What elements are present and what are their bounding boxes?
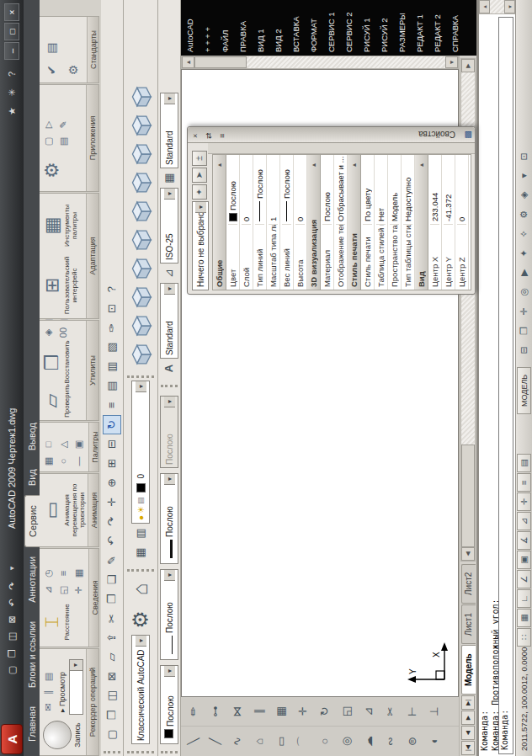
publish-button[interactable]: ⇪	[103, 628, 121, 647]
dim-style-combo[interactable]: ISO-25▼	[160, 188, 178, 264]
ortho-toggle[interactable]: ∟	[517, 589, 531, 608]
screen-menu-item[interactable]: ВИД 1	[252, 0, 269, 56]
screen-menu-item[interactable]: РАЗМЕРЫ	[393, 0, 411, 56]
match-properties-button[interactable]: ✎	[103, 551, 121, 570]
scrollbar-thumb[interactable]	[461, 445, 475, 547]
toolbar-drag-handle[interactable]	[127, 747, 154, 753]
xref-palette-icon[interactable]: ▣	[72, 437, 86, 452]
property-row[interactable]: Вес линий Послою ▴	[280, 155, 294, 290]
text-style-button[interactable]: A	[160, 359, 178, 378]
layout-viewport-icon[interactable]: ⌂	[125, 574, 156, 604]
layout-tab[interactable]: Лист2	[461, 564, 476, 604]
clean-screen-button[interactable]: ⊡	[517, 148, 531, 165]
layer-combo[interactable]: ● ☀ ▤ 0 ▼	[131, 381, 150, 524]
panel-title[interactable]: Палитры	[88, 423, 98, 471]
property-row[interactable]: Стиль печати По цвету ▴	[361, 155, 375, 290]
erase-button[interactable]: ✏	[183, 700, 205, 723]
motion-path-animation-button[interactable]: ▭ Анимация перемещения по траектории	[41, 476, 86, 544]
dyn-toggle[interactable]: ✛	[517, 492, 531, 511]
panel-title[interactable]: Сведения	[88, 549, 98, 647]
property-row[interactable]: Центр Y -41.372 ▴	[442, 155, 455, 290]
open-icon[interactable]: ❒	[3, 645, 20, 662]
screen-menu-item[interactable]: РЕДАКТ 1	[411, 0, 428, 56]
pause-icon[interactable]: ∥	[41, 684, 56, 700]
palette-autohide-icon[interactable]: ⇄	[203, 130, 215, 142]
ribbon-tab[interactable]: Вывод	[24, 413, 40, 460]
lock-ui-button[interactable]: ◈	[517, 187, 531, 204]
spline-button[interactable]: ∾	[380, 730, 402, 753]
palette-scrollbar[interactable]	[208, 143, 475, 154]
run-script-icon[interactable]: ▷	[41, 117, 56, 132]
screen-menu-item[interactable]: СПРАВКА	[446, 0, 464, 56]
toolbar-drag-handle[interactable]	[127, 371, 154, 378]
property-row[interactable]: Пространство таблицы Модель ▴	[388, 155, 402, 290]
qat-customize-button[interactable]: ▾	[8, 562, 16, 574]
property-row[interactable]: Вид ▴	[415, 155, 428, 290]
workspace-switcher-button[interactable]: ⚙	[517, 206, 531, 223]
ribbon-tab[interactable]: Главная	[24, 697, 40, 751]
copy-object-button[interactable]: ⊶	[205, 700, 226, 723]
quick-select-icon[interactable]: ✦	[192, 184, 207, 200]
screen-menu-item[interactable]: РИСУЙ 2	[375, 0, 393, 56]
scrollbar-track[interactable]	[247, 56, 445, 68]
configure-standards-icon[interactable]: ⚙	[63, 60, 83, 80]
text-style-combo[interactable]: Standard▼	[160, 283, 178, 359]
plot-style-combo[interactable]: Послою ▼	[160, 396, 178, 468]
quickcalc-button[interactable]: ⊡	[103, 299, 121, 318]
scroll-up-icon[interactable]: ▲	[479, 0, 490, 13]
osnap-toggle[interactable]: ▣	[517, 551, 531, 569]
scroll-right-icon[interactable]: ▶	[461, 59, 475, 72]
layer-translator-icon[interactable]: ▤	[41, 38, 61, 58]
property-row[interactable]: Высота 181.9345 ▴	[469, 155, 471, 290]
check-standards-icon[interactable]: ✔	[41, 60, 61, 80]
properties-palette-icon[interactable]: □	[41, 437, 56, 452]
linetype-combo[interactable]: Послою ▼	[160, 569, 178, 660]
quickview-drawings-button[interactable]: ❐	[517, 322, 531, 339]
ellipse-button[interactable]: ⊜	[402, 730, 423, 753]
load-application-icon[interactable]: ▢	[41, 134, 56, 149]
extend-button[interactable]: ⊢	[402, 700, 423, 723]
tool-palettes-icon[interactable]: ▦	[41, 454, 56, 469]
copy-button[interactable]: ❐	[103, 589, 121, 609]
list-icon[interactable]: ≡	[56, 566, 71, 581]
quick-properties-toggle[interactable]: ▤	[517, 454, 531, 472]
tool-palettes-button[interactable]: ▦ Инструменты палитры	[41, 199, 78, 253]
ribbon-tab[interactable]: Аннотации	[24, 547, 40, 612]
view-left-button[interactable]	[125, 283, 156, 311]
zoom-previous-button[interactable]: ⊟	[103, 434, 121, 454]
panel-title[interactable]: Утилиты	[86, 321, 98, 420]
command-scrollbar[interactable]: ▲ ▼	[479, 0, 515, 14]
view-ne-iso-button[interactable]	[125, 111, 156, 140]
qnew-button[interactable]: ▢	[103, 725, 121, 744]
property-row[interactable]: Центр X 233.044 ▴	[428, 155, 442, 290]
section-collapse-icon[interactable]: ▴	[215, 155, 223, 167]
redo-icon[interactable]: ↷	[3, 578, 20, 594]
stretch-button[interactable]: ⊿	[358, 700, 380, 723]
ribbon-tab[interactable]: Вид	[24, 460, 40, 495]
panel-title[interactable]: Анимация	[88, 474, 98, 546]
section-collapse-icon[interactable]: ▴	[310, 155, 317, 167]
property-row[interactable]: Высота 0 ▴	[294, 155, 307, 290]
select-objects-icon[interactable]: ➤	[192, 168, 207, 183]
prev-tab-button[interactable]: ◀	[461, 726, 475, 740]
zoom-window-button[interactable]: ⊞	[103, 454, 121, 473]
status-pan-button[interactable]: ✛	[517, 303, 531, 320]
ribbon-tab[interactable]: Блоки и ссылки	[24, 612, 40, 697]
screen-menu-item[interactable]: AutoCAD	[181, 0, 199, 56]
screen-menu-item[interactable]: РЕДАКТ 2	[428, 0, 446, 56]
vba-manager-icon[interactable]: ▤	[56, 134, 71, 149]
designcenter-button[interactable]: ▤	[103, 376, 121, 396]
property-row[interactable]: Материал Послою ▴	[321, 155, 334, 290]
favorites-star-icon[interactable]: ★	[4, 104, 19, 119]
screen-menu-item[interactable]: ВИД 2	[269, 0, 287, 56]
property-row[interactable]: Центр Z 0 ▴	[455, 155, 469, 290]
dashboard-icon[interactable]: —	[72, 454, 86, 469]
property-row[interactable]: Отображение теней Отбрасывает и ... ▴	[334, 155, 348, 290]
distance-button[interactable]: ⌶ Расстояние	[41, 600, 71, 644]
toolbar-drag-handle[interactable]	[127, 565, 154, 572]
visual-lisp-icon[interactable]: ✎	[56, 117, 71, 132]
play-button[interactable]: ▸ Просмотр	[56, 669, 69, 715]
view-front-button[interactable]	[125, 226, 156, 254]
rectangle-button[interactable]: ▭	[270, 730, 292, 753]
toggle-pickadd-icon[interactable]: ±	[192, 151, 207, 166]
